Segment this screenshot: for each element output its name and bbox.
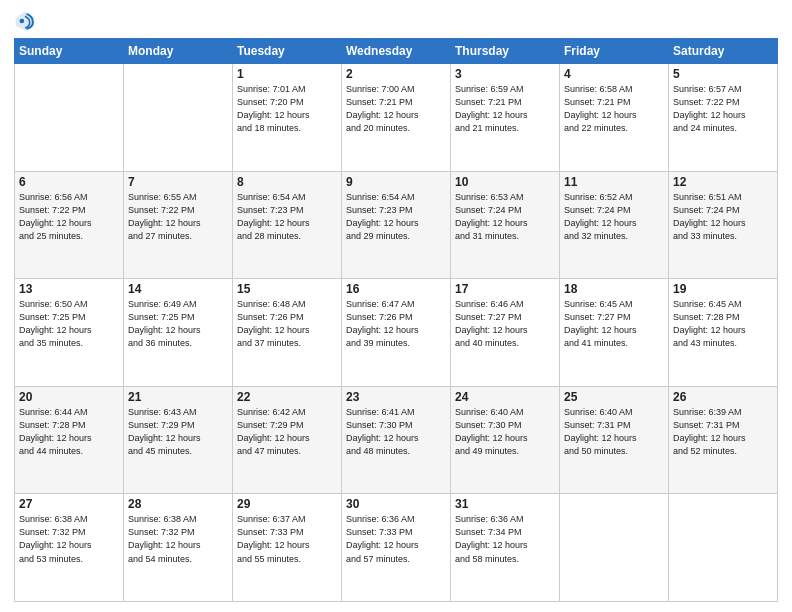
calendar-cell: 3Sunrise: 6:59 AMSunset: 7:21 PMDaylight… (451, 64, 560, 172)
day-number: 19 (673, 282, 773, 296)
day-number: 30 (346, 497, 446, 511)
day-number: 24 (455, 390, 555, 404)
calendar-cell: 2Sunrise: 7:00 AMSunset: 7:21 PMDaylight… (342, 64, 451, 172)
day-number: 2 (346, 67, 446, 81)
day-info: Sunrise: 6:38 AMSunset: 7:32 PMDaylight:… (19, 513, 119, 565)
calendar-cell: 22Sunrise: 6:42 AMSunset: 7:29 PMDayligh… (233, 386, 342, 494)
calendar-cell (560, 494, 669, 602)
day-info: Sunrise: 6:43 AMSunset: 7:29 PMDaylight:… (128, 406, 228, 458)
calendar-cell: 10Sunrise: 6:53 AMSunset: 7:24 PMDayligh… (451, 171, 560, 279)
calendar-week-5: 27Sunrise: 6:38 AMSunset: 7:32 PMDayligh… (15, 494, 778, 602)
calendar-cell: 7Sunrise: 6:55 AMSunset: 7:22 PMDaylight… (124, 171, 233, 279)
calendar-cell: 28Sunrise: 6:38 AMSunset: 7:32 PMDayligh… (124, 494, 233, 602)
svg-point-1 (20, 19, 25, 24)
weekday-header-thursday: Thursday (451, 39, 560, 64)
calendar-cell: 6Sunrise: 6:56 AMSunset: 7:22 PMDaylight… (15, 171, 124, 279)
day-info: Sunrise: 7:01 AMSunset: 7:20 PMDaylight:… (237, 83, 337, 135)
day-number: 11 (564, 175, 664, 189)
day-number: 26 (673, 390, 773, 404)
day-number: 10 (455, 175, 555, 189)
calendar-week-3: 13Sunrise: 6:50 AMSunset: 7:25 PMDayligh… (15, 279, 778, 387)
calendar-week-1: 1Sunrise: 7:01 AMSunset: 7:20 PMDaylight… (15, 64, 778, 172)
logo (14, 10, 40, 32)
calendar-cell: 12Sunrise: 6:51 AMSunset: 7:24 PMDayligh… (669, 171, 778, 279)
day-number: 27 (19, 497, 119, 511)
day-info: Sunrise: 6:41 AMSunset: 7:30 PMDaylight:… (346, 406, 446, 458)
calendar-cell: 9Sunrise: 6:54 AMSunset: 7:23 PMDaylight… (342, 171, 451, 279)
calendar-cell: 15Sunrise: 6:48 AMSunset: 7:26 PMDayligh… (233, 279, 342, 387)
day-number: 7 (128, 175, 228, 189)
day-info: Sunrise: 6:47 AMSunset: 7:26 PMDaylight:… (346, 298, 446, 350)
day-number: 6 (19, 175, 119, 189)
day-info: Sunrise: 6:37 AMSunset: 7:33 PMDaylight:… (237, 513, 337, 565)
day-info: Sunrise: 6:40 AMSunset: 7:31 PMDaylight:… (564, 406, 664, 458)
calendar-cell: 23Sunrise: 6:41 AMSunset: 7:30 PMDayligh… (342, 386, 451, 494)
day-number: 4 (564, 67, 664, 81)
day-number: 16 (346, 282, 446, 296)
day-info: Sunrise: 6:57 AMSunset: 7:22 PMDaylight:… (673, 83, 773, 135)
day-info: Sunrise: 7:00 AMSunset: 7:21 PMDaylight:… (346, 83, 446, 135)
calendar-cell: 24Sunrise: 6:40 AMSunset: 7:30 PMDayligh… (451, 386, 560, 494)
calendar-cell: 17Sunrise: 6:46 AMSunset: 7:27 PMDayligh… (451, 279, 560, 387)
day-info: Sunrise: 6:44 AMSunset: 7:28 PMDaylight:… (19, 406, 119, 458)
calendar-cell: 11Sunrise: 6:52 AMSunset: 7:24 PMDayligh… (560, 171, 669, 279)
calendar-header: SundayMondayTuesdayWednesdayThursdayFrid… (15, 39, 778, 64)
day-number: 5 (673, 67, 773, 81)
day-info: Sunrise: 6:40 AMSunset: 7:30 PMDaylight:… (455, 406, 555, 458)
calendar-cell (124, 64, 233, 172)
day-info: Sunrise: 6:51 AMSunset: 7:24 PMDaylight:… (673, 191, 773, 243)
day-number: 14 (128, 282, 228, 296)
calendar-cell: 30Sunrise: 6:36 AMSunset: 7:33 PMDayligh… (342, 494, 451, 602)
day-info: Sunrise: 6:46 AMSunset: 7:27 PMDaylight:… (455, 298, 555, 350)
day-info: Sunrise: 6:58 AMSunset: 7:21 PMDaylight:… (564, 83, 664, 135)
day-info: Sunrise: 6:38 AMSunset: 7:32 PMDaylight:… (128, 513, 228, 565)
day-info: Sunrise: 6:54 AMSunset: 7:23 PMDaylight:… (346, 191, 446, 243)
calendar-cell: 29Sunrise: 6:37 AMSunset: 7:33 PMDayligh… (233, 494, 342, 602)
calendar-cell: 20Sunrise: 6:44 AMSunset: 7:28 PMDayligh… (15, 386, 124, 494)
calendar-week-2: 6Sunrise: 6:56 AMSunset: 7:22 PMDaylight… (15, 171, 778, 279)
calendar-cell: 19Sunrise: 6:45 AMSunset: 7:28 PMDayligh… (669, 279, 778, 387)
day-info: Sunrise: 6:52 AMSunset: 7:24 PMDaylight:… (564, 191, 664, 243)
day-info: Sunrise: 6:45 AMSunset: 7:28 PMDaylight:… (673, 298, 773, 350)
calendar-cell: 1Sunrise: 7:01 AMSunset: 7:20 PMDaylight… (233, 64, 342, 172)
calendar-cell: 26Sunrise: 6:39 AMSunset: 7:31 PMDayligh… (669, 386, 778, 494)
logo-icon (14, 10, 36, 32)
day-number: 21 (128, 390, 228, 404)
calendar-cell: 18Sunrise: 6:45 AMSunset: 7:27 PMDayligh… (560, 279, 669, 387)
day-info: Sunrise: 6:45 AMSunset: 7:27 PMDaylight:… (564, 298, 664, 350)
day-info: Sunrise: 6:39 AMSunset: 7:31 PMDaylight:… (673, 406, 773, 458)
header (14, 10, 778, 32)
day-info: Sunrise: 6:59 AMSunset: 7:21 PMDaylight:… (455, 83, 555, 135)
day-number: 20 (19, 390, 119, 404)
page: SundayMondayTuesdayWednesdayThursdayFrid… (0, 0, 792, 612)
weekday-header-tuesday: Tuesday (233, 39, 342, 64)
day-info: Sunrise: 6:42 AMSunset: 7:29 PMDaylight:… (237, 406, 337, 458)
day-number: 3 (455, 67, 555, 81)
day-number: 8 (237, 175, 337, 189)
day-number: 28 (128, 497, 228, 511)
calendar-table: SundayMondayTuesdayWednesdayThursdayFrid… (14, 38, 778, 602)
calendar-cell: 31Sunrise: 6:36 AMSunset: 7:34 PMDayligh… (451, 494, 560, 602)
day-number: 15 (237, 282, 337, 296)
day-info: Sunrise: 6:48 AMSunset: 7:26 PMDaylight:… (237, 298, 337, 350)
calendar-cell: 25Sunrise: 6:40 AMSunset: 7:31 PMDayligh… (560, 386, 669, 494)
day-info: Sunrise: 6:56 AMSunset: 7:22 PMDaylight:… (19, 191, 119, 243)
day-number: 23 (346, 390, 446, 404)
day-number: 9 (346, 175, 446, 189)
day-info: Sunrise: 6:50 AMSunset: 7:25 PMDaylight:… (19, 298, 119, 350)
calendar-cell: 21Sunrise: 6:43 AMSunset: 7:29 PMDayligh… (124, 386, 233, 494)
day-info: Sunrise: 6:53 AMSunset: 7:24 PMDaylight:… (455, 191, 555, 243)
day-info: Sunrise: 6:36 AMSunset: 7:34 PMDaylight:… (455, 513, 555, 565)
weekday-header-row: SundayMondayTuesdayWednesdayThursdayFrid… (15, 39, 778, 64)
calendar-cell (15, 64, 124, 172)
calendar-cell: 13Sunrise: 6:50 AMSunset: 7:25 PMDayligh… (15, 279, 124, 387)
day-number: 17 (455, 282, 555, 296)
calendar-cell: 8Sunrise: 6:54 AMSunset: 7:23 PMDaylight… (233, 171, 342, 279)
calendar-body: 1Sunrise: 7:01 AMSunset: 7:20 PMDaylight… (15, 64, 778, 602)
day-info: Sunrise: 6:36 AMSunset: 7:33 PMDaylight:… (346, 513, 446, 565)
day-number: 25 (564, 390, 664, 404)
calendar-cell: 16Sunrise: 6:47 AMSunset: 7:26 PMDayligh… (342, 279, 451, 387)
calendar-cell: 4Sunrise: 6:58 AMSunset: 7:21 PMDaylight… (560, 64, 669, 172)
day-number: 29 (237, 497, 337, 511)
day-number: 18 (564, 282, 664, 296)
